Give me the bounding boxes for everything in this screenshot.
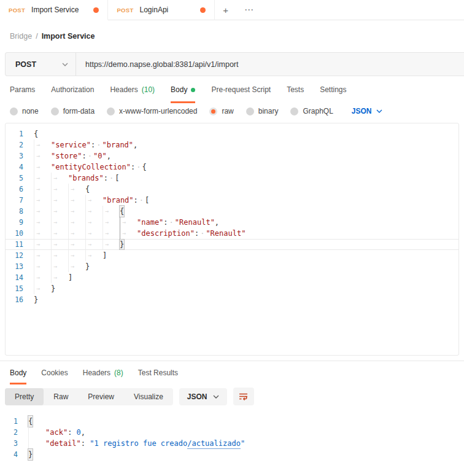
indent-guide: →: [34, 250, 51, 261]
indent-guide: →: [68, 250, 85, 261]
code-token: ·: [199, 228, 206, 239]
indent-guide: →: [85, 195, 102, 206]
indent-guide: →: [68, 240, 85, 249]
code-token: "brand": [102, 139, 134, 150]
code-line: 2"ack": 0,: [0, 427, 464, 438]
code-content: →→→→→{: [34, 206, 124, 217]
code-token: {: [120, 206, 124, 217]
view-preview-button[interactable]: Preview: [78, 388, 124, 405]
indent-guide: →: [51, 228, 68, 239]
line-number: 16: [6, 294, 34, 305]
language-dropdown[interactable]: JSON: [352, 107, 382, 115]
response-tab-cookies[interactable]: Cookies: [41, 361, 68, 384]
radio-label: none: [22, 107, 39, 115]
response-body-editor[interactable]: 1{2"ack": 0,3"detail": "1 registro fue c…: [0, 411, 464, 460]
tab-settings[interactable]: Settings: [320, 76, 346, 103]
tab-body[interactable]: Body: [171, 76, 195, 103]
code-token: ·: [95, 139, 102, 150]
code-token: ·: [135, 162, 142, 173]
radio-form-data[interactable]: form-data: [51, 107, 95, 115]
indent-guide: →: [68, 206, 85, 217]
code-token: "Renault": [175, 217, 215, 228]
request-tab-loginapi[interactable]: POST LoginApi: [108, 0, 215, 20]
code-line: 8→→→→→{: [6, 206, 458, 217]
tab-pre-request-script[interactable]: Pre-request Script: [211, 76, 271, 103]
line-number: 10: [6, 228, 34, 239]
code-token: "entityCollection": [51, 162, 131, 173]
request-body-editor[interactable]: 1{2→"service":·"brand",3→"store":·"0",4→…: [5, 123, 459, 356]
code-line: 3→"store":·"0",: [6, 150, 458, 162]
code-token: 0: [77, 427, 81, 438]
radio-none[interactable]: none: [10, 107, 39, 115]
method-dropdown[interactable]: POST: [6, 60, 75, 69]
radio-icon: [246, 107, 254, 115]
code-token: ·: [168, 217, 175, 228]
code-content: →→→}: [34, 261, 90, 272]
tab-options-button[interactable]: ⋯: [236, 0, 261, 20]
code-token: [: [145, 195, 149, 206]
line-number: 14: [6, 272, 34, 283]
indent-guide: →: [34, 139, 51, 150]
line-number: 4: [6, 162, 34, 173]
tab-label: Authorization: [51, 85, 94, 94]
indent-guide: →: [68, 184, 85, 195]
request-tab-import-service[interactable]: POST Import Service: [0, 0, 108, 20]
code-line: 13→→→}: [6, 261, 458, 272]
indent-guide: →: [85, 217, 102, 228]
tab-headers[interactable]: Headers (10): [110, 76, 155, 103]
radio-binary[interactable]: binary: [246, 107, 279, 115]
response-language-dropdown[interactable]: JSON: [179, 388, 227, 405]
code-token: "description": [137, 228, 195, 239]
url-input[interactable]: https://demo.napse.global:8381/api/v1/im…: [76, 60, 247, 69]
response-tab-test-results[interactable]: Test Results: [138, 361, 178, 384]
response-link[interactable]: /actualizado: [187, 438, 241, 449]
line-number: 1: [0, 416, 28, 427]
tab-label: Tests: [287, 85, 304, 94]
code-line: 6→→→{: [6, 184, 458, 195]
response-tab-headers[interactable]: Headers (8): [83, 361, 123, 384]
indent-guide: [28, 427, 45, 438]
code-token: {: [142, 162, 147, 173]
tab-tests[interactable]: Tests: [287, 76, 304, 103]
code-line: 10→→→→→→"description":·"Renault": [6, 228, 458, 239]
code-token: ,: [107, 150, 111, 162]
code-token: }: [34, 294, 38, 305]
tab-authorization[interactable]: Authorization: [51, 76, 94, 103]
tab-label: Body: [10, 369, 26, 377]
new-tab-button[interactable]: +: [215, 0, 236, 20]
tab-params[interactable]: Params: [10, 76, 35, 103]
indent-guide: →: [120, 228, 137, 239]
unsaved-dot-icon: [93, 7, 99, 13]
code-content: {: [34, 128, 38, 139]
code-token: :: [163, 217, 168, 228]
code-content: →→→{: [34, 184, 90, 195]
indent-guide: →: [51, 206, 68, 217]
indent-guide: →: [85, 228, 102, 239]
chevron-down-icon: [376, 109, 382, 113]
code-token: "name": [137, 217, 163, 228]
line-number: 12: [6, 250, 34, 261]
indent-guide: →: [102, 228, 120, 239]
code-token: ,: [81, 427, 85, 438]
code-content: →→→→]: [34, 250, 107, 261]
radio-icon: [290, 107, 298, 115]
code-line: 2→"service":·"brand",: [6, 139, 458, 150]
line-number: 2: [0, 427, 28, 438]
indent-guide: →: [34, 240, 51, 249]
breadcrumb-collection[interactable]: Bridge: [10, 32, 32, 41]
code-token: "brand": [102, 195, 134, 206]
indent-guide: →: [34, 261, 51, 272]
radio-x-www-form-urlencoded[interactable]: x-www-form-urlencoded: [107, 107, 197, 115]
wrap-text-button[interactable]: [233, 388, 254, 405]
code-content: "detail": "1 registro fue creado/actuali…: [28, 438, 245, 449]
request-tabs: Params Authorization Headers (10) Body P…: [0, 76, 464, 103]
view-raw-button[interactable]: Raw: [44, 388, 78, 405]
view-pretty-button[interactable]: Pretty: [5, 388, 44, 405]
indent-guide: →: [51, 272, 68, 283]
line-number: 2: [6, 139, 34, 150]
radio-raw[interactable]: raw: [209, 107, 233, 115]
view-visualize-button[interactable]: Visualize: [124, 388, 173, 405]
language-value: JSON: [352, 107, 372, 115]
response-tab-body[interactable]: Body: [10, 361, 26, 384]
radio-graphql[interactable]: GraphQL: [290, 107, 333, 115]
